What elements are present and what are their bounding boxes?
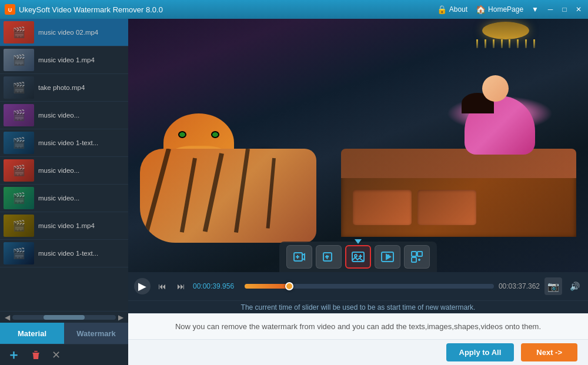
file-name: music video 02.mp4 (38, 29, 98, 36)
add-file-button[interactable]: ＋ (7, 346, 20, 364)
scroll-track[interactable] (12, 315, 116, 320)
time-current: 00:00:39.956 (193, 282, 240, 290)
chandelier (470, 22, 541, 57)
add-video-tool-button[interactable] (286, 245, 312, 269)
file-list-item-7[interactable]: 🎬 music video 1.mp4 (0, 212, 128, 240)
svg-point-12 (355, 255, 357, 257)
controls-bar: ▶ ⏮ ⏭ 00:00:39.956 00:03:37.362 📷 🔊 (128, 272, 588, 300)
progress-thumb[interactable] (285, 282, 293, 290)
add-mosaic-tool-button[interactable] (404, 245, 430, 269)
dropdown-arrow-icon (355, 239, 362, 244)
file-name: music video 1.mp4 (38, 56, 95, 63)
screenshot-button[interactable]: 📷 (544, 277, 562, 295)
apply-to-all-button[interactable]: Apply to All (446, 343, 514, 361)
file-list-item-0[interactable]: 🎬 music video 02.mp4 (0, 19, 128, 46)
tooltip-bar: The current time of slider will be used … (128, 300, 588, 313)
file-list-item-8[interactable]: 🎬 music video 1-text... (0, 240, 128, 267)
file-name: music video... (38, 195, 79, 202)
file-thumbnail: 🎬 (4, 215, 34, 237)
file-name: music video 1.mp4 (38, 222, 95, 229)
next-frame-button[interactable]: ⏭ (174, 279, 188, 293)
horizontal-scrollbar[interactable]: ◀ ▶ (0, 311, 128, 323)
titlebar: U UkeySoft Video Watermark Remover 8.0.0… (0, 0, 588, 19)
scroll-left-arrow[interactable]: ◀ (5, 313, 10, 322)
home-icon: 🏠 (476, 5, 486, 14)
sofa-area (329, 119, 576, 237)
file-name: music video... (38, 167, 79, 174)
lock-icon: 🔒 (437, 5, 447, 14)
video-scene (128, 19, 588, 272)
file-list-item-1[interactable]: 🎬 music video 1.mp4 (0, 46, 128, 74)
progress-fill (245, 284, 289, 289)
file-list: 🎬 music video 02.mp4 🎬 music video 1.mp4… (0, 19, 128, 311)
file-list-item-6[interactable]: 🎬 music video... (0, 185, 128, 212)
file-list-item-4[interactable]: 🎬 music video 1-text... (0, 129, 128, 157)
file-name: take photo.mp4 (38, 84, 85, 91)
video-toolbar: T (279, 242, 437, 272)
file-list-item-3[interactable]: 🎬 music video... (0, 102, 128, 129)
time-total: 00:03:37.362 (499, 282, 540, 290)
prev-frame-button[interactable]: ⏮ (155, 279, 169, 293)
right-panel: T (128, 19, 588, 365)
file-thumbnail: 🎬 (4, 21, 34, 43)
file-list-item-2[interactable]: 🎬 take photo.mp4 (0, 74, 128, 102)
tab-material[interactable]: Material (0, 323, 64, 344)
about-button[interactable]: 🔒 About (437, 5, 467, 14)
file-name: music video... (38, 112, 79, 119)
app-logo: U (5, 4, 15, 15)
action-bar: ＋ ✕ (0, 344, 128, 365)
chevron-down-icon: ▼ (532, 5, 539, 14)
svg-rect-21 (412, 257, 416, 262)
svg-rect-19 (412, 252, 416, 256)
tiger-body (140, 149, 316, 243)
file-thumbnail: 🎬 (4, 159, 34, 182)
minimize-button[interactable]: ─ (546, 5, 555, 14)
svg-rect-20 (417, 252, 422, 256)
file-thumbnail: 🎬 (4, 76, 34, 99)
app-title: UkeySoft Video Watermark Remover 8.0.0 (19, 5, 437, 14)
file-name: music video 1-text... (38, 250, 98, 257)
tab-watermark[interactable]: Watermark (64, 323, 128, 344)
tab-bar: Material Watermark (0, 323, 128, 344)
file-thumbnail: 🎬 (4, 49, 34, 71)
homepage-button[interactable]: 🏠 HomePage (476, 5, 523, 14)
left-panel: 🎬 music video 02.mp4 🎬 music video 1.mp4… (0, 19, 128, 365)
play-button[interactable]: ▶ (134, 278, 151, 294)
file-name: music video 1-text... (38, 139, 98, 146)
file-list-item-5[interactable]: 🎬 music video... (0, 157, 128, 185)
file-thumbnail: 🎬 (4, 187, 34, 209)
file-thumbnail: 🎬 (4, 242, 34, 264)
svg-text:U: U (8, 7, 12, 13)
tiger (140, 113, 346, 260)
next-button[interactable]: Next -> (521, 343, 577, 361)
add-image-tool-button[interactable] (345, 245, 371, 269)
file-thumbnail: 🎬 (4, 104, 34, 126)
progress-bar[interactable] (245, 284, 494, 289)
info-bar: Now you can remove the watermark from vi… (128, 313, 588, 339)
footer-buttons: Apply to All Next -> (128, 339, 588, 365)
maximize-button[interactable]: □ (560, 5, 569, 14)
scroll-thumb (44, 315, 85, 320)
close-button[interactable]: ✕ (574, 5, 583, 14)
nav-items: 🔒 About 🏠 HomePage ▼ (437, 5, 539, 14)
volume-button[interactable]: 🔊 (567, 279, 582, 294)
main-layout: 🎬 music video 02.mp4 🎬 music video 1.mp4… (0, 19, 588, 365)
add-text-tool-button[interactable]: T (316, 245, 342, 269)
svg-rect-3 (34, 351, 38, 352)
video-area: T (128, 19, 588, 272)
scroll-right-arrow[interactable]: ▶ (118, 313, 123, 322)
add-media-tool-button[interactable] (375, 245, 400, 269)
window-controls: ─ □ ✕ (546, 5, 583, 14)
clear-files-button[interactable]: ✕ (52, 349, 61, 361)
dropdown-button[interactable]: ▼ (532, 5, 539, 14)
file-thumbnail: 🎬 (4, 132, 34, 154)
video-frame (128, 19, 588, 272)
delete-file-button[interactable] (31, 350, 41, 360)
